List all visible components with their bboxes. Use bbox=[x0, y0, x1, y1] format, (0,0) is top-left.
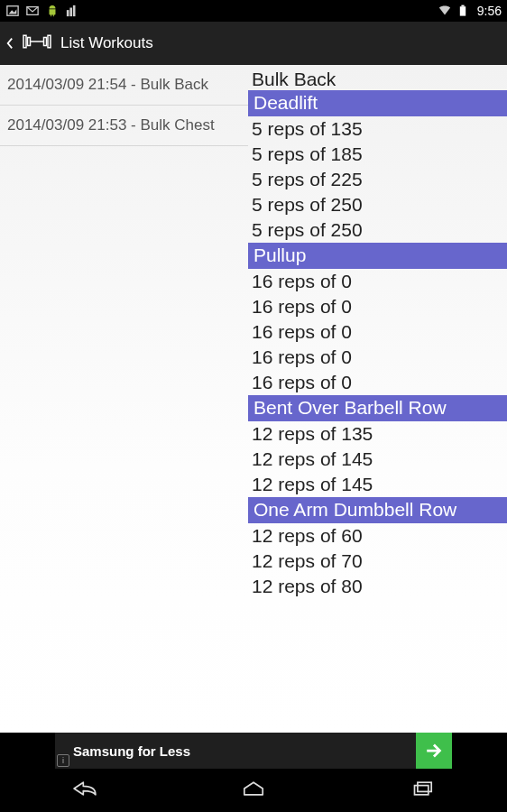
back-icon[interactable] bbox=[5, 36, 14, 51]
svg-rect-3 bbox=[67, 10, 69, 16]
exercise-header: Deadlift bbox=[248, 90, 507, 116]
picture-icon bbox=[5, 4, 20, 18]
set-row: 16 reps of 0 bbox=[248, 269, 507, 294]
svg-rect-5 bbox=[73, 5, 76, 16]
ad-banner[interactable]: i Samsung for Less bbox=[55, 733, 452, 769]
set-row: 5 reps of 250 bbox=[248, 192, 507, 217]
set-row: 16 reps of 0 bbox=[248, 294, 507, 319]
workout-title: Bulk Back bbox=[248, 65, 507, 90]
clock-text: 9:56 bbox=[477, 4, 502, 18]
status-bar: 9:56 bbox=[0, 0, 507, 22]
ad-info-icon[interactable]: i bbox=[57, 754, 69, 767]
wifi-icon bbox=[438, 4, 452, 18]
set-row: 5 reps of 185 bbox=[248, 142, 507, 167]
svg-rect-7 bbox=[461, 5, 464, 7]
set-row: 12 reps of 60 bbox=[248, 523, 507, 549]
nav-back-button[interactable] bbox=[69, 777, 100, 804]
app-body: 2014/03/09 21:54 - Bulk Back 2014/03/09 … bbox=[0, 65, 507, 733]
dumbbell-icon[interactable] bbox=[21, 31, 53, 56]
nav-recent-button[interactable] bbox=[407, 777, 438, 804]
set-row: 16 reps of 0 bbox=[248, 319, 507, 345]
svg-rect-6 bbox=[460, 6, 466, 15]
ad-text: Samsung for Less bbox=[73, 743, 416, 759]
bars-icon bbox=[65, 4, 79, 18]
svg-rect-13 bbox=[415, 786, 429, 795]
mail-icon bbox=[25, 4, 40, 18]
svg-rect-9 bbox=[28, 38, 31, 46]
set-row: 12 reps of 145 bbox=[248, 472, 507, 497]
action-bar: List Workouts bbox=[0, 22, 507, 65]
nav-home-button[interactable] bbox=[238, 777, 269, 804]
set-row: 5 reps of 225 bbox=[248, 167, 507, 192]
svg-rect-8 bbox=[23, 35, 26, 48]
workout-list: 2014/03/09 21:54 - Bulk Back 2014/03/09 … bbox=[0, 65, 248, 733]
android-icon bbox=[45, 4, 60, 18]
list-item[interactable]: 2014/03/09 21:54 - Bulk Back bbox=[0, 65, 248, 106]
exercise-header: One Arm Dumbbell Row bbox=[248, 497, 507, 523]
set-row: 12 reps of 80 bbox=[248, 574, 507, 599]
battery-icon bbox=[456, 4, 470, 18]
set-row: 16 reps of 0 bbox=[248, 370, 507, 395]
exercise-header: Pullup bbox=[248, 243, 507, 269]
set-row: 12 reps of 145 bbox=[248, 447, 507, 472]
page-title: List Workouts bbox=[60, 34, 153, 52]
svg-rect-10 bbox=[44, 38, 47, 46]
workout-detail: Bulk Back Deadlift5 reps of 1355 reps of… bbox=[248, 65, 507, 733]
svg-marker-1 bbox=[9, 9, 17, 14]
set-row: 5 reps of 250 bbox=[248, 217, 507, 243]
set-row: 16 reps of 0 bbox=[248, 345, 507, 370]
svg-rect-14 bbox=[418, 782, 431, 791]
svg-rect-11 bbox=[48, 35, 51, 48]
list-item[interactable]: 2014/03/09 21:53 - Bulk Chest bbox=[0, 106, 248, 146]
set-row: 5 reps of 135 bbox=[248, 116, 507, 142]
svg-rect-4 bbox=[69, 8, 72, 17]
set-row: 12 reps of 70 bbox=[248, 549, 507, 574]
exercise-header: Bent Over Barbell Row bbox=[248, 395, 507, 421]
set-row: 12 reps of 135 bbox=[248, 421, 507, 447]
nav-bar bbox=[0, 769, 507, 812]
ad-go-button[interactable] bbox=[416, 733, 452, 769]
